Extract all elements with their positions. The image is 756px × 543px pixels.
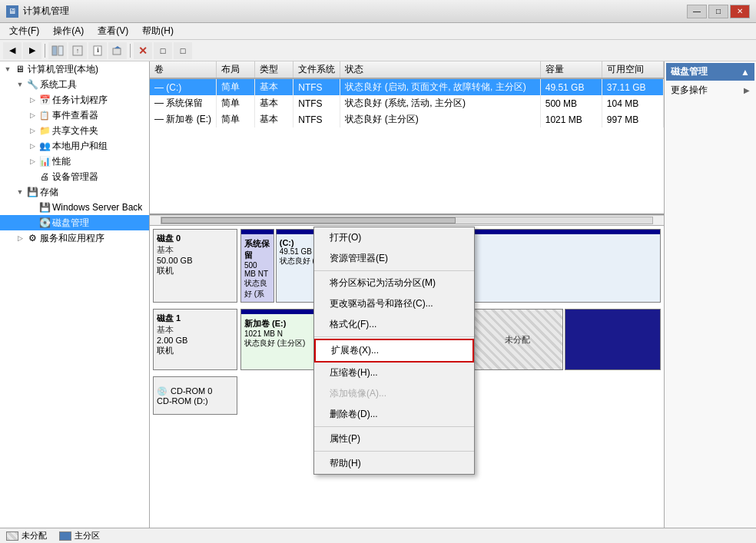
- unallocated-label: 未分配: [505, 334, 530, 346]
- expand-event-viewer[interactable]: ▷: [26, 111, 38, 119]
- tree-item-system-tools[interactable]: ▼ 🔧 系统工具: [0, 77, 149, 92]
- svg-text:↑: ↑: [76, 47, 80, 55]
- ctx-explorer[interactable]: 资源管理器(E): [314, 248, 474, 269]
- help-button[interactable]: □: [174, 42, 192, 59]
- menu-help[interactable]: 帮助(H): [136, 23, 180, 39]
- close-button[interactable]: ✕: [730, 5, 750, 18]
- up-button[interactable]: ↑: [68, 42, 87, 59]
- expand-root[interactable]: ▼: [2, 65, 14, 73]
- ctx-mark-active[interactable]: 将分区标记为活动分区(M): [314, 273, 474, 293]
- expand-performance[interactable]: ▷: [26, 157, 38, 165]
- cell-type: 基本: [255, 111, 293, 127]
- system-tools-icon: 🔧: [26, 78, 38, 91]
- expand-task-scheduler[interactable]: ▷: [26, 96, 38, 104]
- window-controls[interactable]: — □ ✕: [687, 5, 750, 18]
- partition-unallocated[interactable]: 未分配: [472, 309, 563, 370]
- window-title: 计算机管理: [23, 5, 69, 18]
- cell-status: 状态良好 (启动, 页面文件, 故障转储, 主分区): [340, 78, 540, 95]
- ctx-extend-volume[interactable]: 扩展卷(X)...: [314, 339, 474, 363]
- svg-rect-6: [113, 48, 121, 55]
- delete-button[interactable]: ✕: [134, 42, 152, 59]
- tree-item-performance[interactable]: ▷ 📊 性能: [0, 154, 149, 169]
- col-type[interactable]: 类型: [255, 61, 293, 78]
- col-free[interactable]: 可用空间: [602, 61, 663, 78]
- performance-icon: 📊: [38, 155, 51, 167]
- tree-item-root[interactable]: ▼ 🖥 计算机管理(本地): [0, 61, 149, 77]
- disk-table: 卷 布局 类型 文件系统 状态 容量 可用空间 — (C:) 简单 基本 NTF: [150, 61, 664, 127]
- ctx-delete-volume[interactable]: 删除卷(D)...: [314, 404, 474, 425]
- tree-item-task-scheduler[interactable]: ▷ 📅 任务计划程序: [0, 92, 149, 108]
- legend-primary-label: 主分区: [75, 530, 100, 541]
- action-arrow-icon: ▶: [744, 86, 750, 94]
- minimize-button[interactable]: —: [687, 5, 707, 18]
- export-button[interactable]: [108, 42, 127, 59]
- ctx-add-mirror[interactable]: 添加镜像(A)...: [314, 383, 474, 404]
- col-layout[interactable]: 布局: [217, 61, 255, 78]
- tree-item-event-viewer[interactable]: ▷ 📋 事件查看器: [0, 108, 149, 123]
- task-scheduler-icon: 📅: [38, 94, 51, 106]
- cell-free: 37.11 GB: [602, 78, 663, 95]
- ctx-properties[interactable]: 属性(P): [314, 429, 474, 449]
- cell-vol: — 系统保留: [150, 95, 217, 111]
- expand-storage[interactable]: ▼: [14, 188, 26, 196]
- action-panel-collapse[interactable]: ▲: [741, 67, 750, 78]
- tree-item-shared-folders[interactable]: ▷ 📁 共享文件夹: [0, 123, 149, 138]
- shared-folders-icon: 📁: [38, 124, 51, 137]
- properties-button[interactable]: □: [154, 42, 172, 59]
- menu-action[interactable]: 操作(A): [47, 23, 90, 39]
- ctx-open[interactable]: 打开(O): [314, 227, 474, 248]
- partition-small[interactable]: [565, 309, 661, 370]
- device-manager-label: 设备管理器: [52, 171, 98, 184]
- partition-size: 500 MB NT: [244, 261, 270, 278]
- action-more-label: 更多操作: [671, 84, 708, 97]
- app-icon: 🖥: [6, 5, 18, 18]
- maximize-button[interactable]: □: [708, 5, 728, 18]
- show-properties[interactable]: ℹ: [88, 42, 107, 59]
- disk-1-name: 磁盘 1: [157, 313, 234, 324]
- col-status[interactable]: 状态: [340, 61, 540, 78]
- disk-0-name: 磁盘 0: [157, 233, 234, 244]
- table-row[interactable]: — 系统保留 简单 基本 NTFS 状态良好 (系统, 活动, 主分区) 500…: [150, 95, 664, 111]
- tree-item-storage[interactable]: ▼ 💾 存储: [0, 184, 149, 200]
- partition-system-reserved[interactable]: 系统保留 500 MB NT 状态良好 (系: [240, 229, 274, 303]
- title-bar-left: 🖥 计算机管理: [6, 5, 69, 18]
- expand-local-users[interactable]: ▷: [26, 142, 38, 150]
- expand-services[interactable]: ▷: [14, 234, 26, 242]
- tree-item-ws-backup[interactable]: 💾 Windows Server Back: [0, 200, 149, 215]
- col-fs[interactable]: 文件系统: [293, 61, 340, 78]
- ctx-shrink-volume[interactable]: 压缩卷(H)...: [314, 363, 474, 383]
- show-hide-tree[interactable]: [48, 42, 67, 59]
- legend-primary-box: [59, 531, 71, 541]
- title-bar: 🖥 计算机管理 — □ ✕: [0, 0, 756, 23]
- menu-view[interactable]: 查看(V): [91, 23, 134, 39]
- action-more-operations[interactable]: 更多操作 ▶: [666, 81, 754, 100]
- table-row[interactable]: — 新加卷 (E:) 简单 基本 NTFS 状态良好 (主分区) 1021 MB…: [150, 111, 664, 127]
- tree-item-disk-management[interactable]: 💽 磁盘管理: [0, 215, 149, 230]
- cell-fs: NTFS: [293, 95, 340, 111]
- ctx-format[interactable]: 格式化(F)...: [314, 314, 474, 335]
- menu-bar: 文件(F) 操作(A) 查看(V) 帮助(H): [0, 23, 756, 40]
- tree-item-device-manager[interactable]: 🖨 设备管理器: [0, 169, 149, 184]
- action-panel: 磁盘管理 ▲ 更多操作 ▶: [664, 61, 756, 528]
- ctx-help[interactable]: 帮助(H): [314, 453, 474, 474]
- expand-system-tools[interactable]: ▼: [14, 81, 26, 88]
- col-capacity[interactable]: 容量: [540, 61, 602, 78]
- expand-shared-folders[interactable]: ▷: [26, 127, 38, 134]
- back-button[interactable]: ◀: [3, 42, 22, 59]
- partition-name: 系统保留: [244, 238, 270, 261]
- ctx-change-drive[interactable]: 更改驱动器号和路径(C)...: [314, 293, 474, 314]
- cell-fs: NTFS: [293, 78, 340, 95]
- disk-table-scrollbar[interactable]: [150, 215, 664, 226]
- disk-list-area: 卷 布局 类型 文件系统 状态 容量 可用空间 — (C:) 简单 基本 NTF: [150, 61, 664, 215]
- toolbar-sep-2: [130, 44, 131, 58]
- menu-file[interactable]: 文件(F): [3, 23, 45, 39]
- services-icon: ⚙: [26, 232, 38, 244]
- svg-text:ℹ: ℹ: [97, 47, 99, 54]
- cell-capacity: 49.51 GB: [540, 78, 602, 95]
- col-vol[interactable]: 卷: [150, 61, 217, 78]
- forward-button[interactable]: ▶: [23, 42, 41, 59]
- tree-item-local-users[interactable]: ▷ 👥 本地用户和组: [0, 138, 149, 154]
- disk-1-size: 2.00 GB: [157, 336, 234, 345]
- tree-item-services[interactable]: ▷ ⚙ 服务和应用程序: [0, 230, 149, 246]
- table-row[interactable]: — (C:) 简单 基本 NTFS 状态良好 (启动, 页面文件, 故障转储, …: [150, 78, 664, 95]
